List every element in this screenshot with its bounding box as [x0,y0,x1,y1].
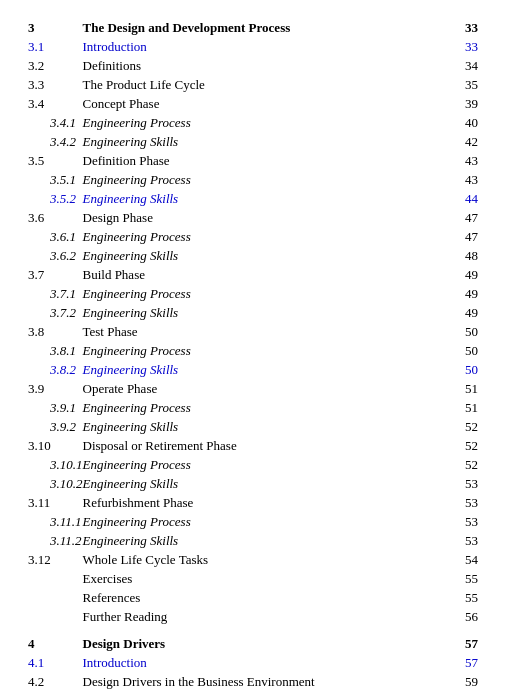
toc-number: 3.7.1 [28,284,83,303]
toc-number: 3.11.2 [28,531,83,550]
toc-page: 54 [448,550,478,569]
toc-row: 3The Design and Development Process33 [28,18,478,37]
toc-number [28,588,83,607]
toc-row: 3.1Introduction33 [28,37,478,56]
toc-row: 4Design Drivers57 [28,634,478,653]
toc-title: Engineering Skills [83,531,449,550]
toc-title: Further Reading [83,607,449,626]
toc-page: 52 [448,436,478,455]
toc-number: 3 [28,18,83,37]
toc-page: 43 [448,170,478,189]
toc-title: Engineering Process [83,512,449,531]
toc-page: 50 [448,322,478,341]
toc-title: Engineering Process [83,227,449,246]
toc-number: 4.2 [28,672,83,691]
toc-page: 57 [448,653,478,672]
toc-number: 3.11 [28,493,83,512]
toc-page: 53 [448,531,478,550]
toc-page: 44 [448,189,478,208]
toc-row: 3.8.1Engineering Process50 [28,341,478,360]
toc-row: 3.12Whole Life Cycle Tasks54 [28,550,478,569]
toc-row: 3.6.1Engineering Process47 [28,227,478,246]
toc-number: 4 [28,634,83,653]
toc-row: 3.11.2Engineering Skills53 [28,531,478,550]
toc-page: 35 [448,75,478,94]
toc-title: Build Phase [83,265,449,284]
toc-row: References55 [28,588,478,607]
toc-number: 3.5.2 [28,189,83,208]
toc-page: 43 [448,151,478,170]
toc-row: 3.10Disposal or Retirement Phase52 [28,436,478,455]
toc-title: Engineering Process [83,113,449,132]
toc-row: 3.9Operate Phase51 [28,379,478,398]
toc-row: 3.5.1Engineering Process43 [28,170,478,189]
toc-title: Engineering Skills [83,246,449,265]
toc-title: Operate Phase [83,379,449,398]
toc-page: 49 [448,265,478,284]
toc-title: Design Drivers in the Business Environme… [83,672,449,691]
toc-row: 3.11.1Engineering Process53 [28,512,478,531]
toc-row: 3.4.2Engineering Skills42 [28,132,478,151]
toc-page: 55 [448,569,478,588]
toc-number: 3.5 [28,151,83,170]
toc-number: 3.8.1 [28,341,83,360]
toc-number: 3.7.2 [28,303,83,322]
toc-number: 3.6.1 [28,227,83,246]
toc-number [28,569,83,588]
toc-number: 3.2 [28,56,83,75]
toc-title: Engineering Process [83,284,449,303]
toc-number: 3.4.1 [28,113,83,132]
toc-number: 3.6 [28,208,83,227]
toc-row: 3.7.2Engineering Skills49 [28,303,478,322]
toc-number: 3.3 [28,75,83,94]
toc-row: 3.10.2Engineering Skills53 [28,474,478,493]
toc-row: 4.1Introduction57 [28,653,478,672]
toc-title: Whole Life Cycle Tasks [83,550,449,569]
toc-row: 3.5.2Engineering Skills44 [28,189,478,208]
toc-page: 49 [448,303,478,322]
toc-page: 57 [448,634,478,653]
toc-page: 40 [448,113,478,132]
toc-title: Engineering Process [83,341,449,360]
toc-title: Engineering Skills [83,303,449,322]
toc-number [28,607,83,626]
toc-row: 3.5Definition Phase43 [28,151,478,170]
toc-row: 3.8Test Phase50 [28,322,478,341]
toc-title: Exercises [83,569,449,588]
toc-row: Exercises55 [28,569,478,588]
toc-page: 34 [448,56,478,75]
toc-page: 53 [448,474,478,493]
toc-row: 3.7Build Phase49 [28,265,478,284]
toc-page: 33 [448,37,478,56]
toc-row: 3.6Design Phase47 [28,208,478,227]
toc-title: Engineering Skills [83,360,449,379]
toc-number: 3.9.2 [28,417,83,436]
toc-title: Engineering Process [83,455,449,474]
toc-title: Definition Phase [83,151,449,170]
toc-title: Design Drivers [83,634,449,653]
toc-number: 3.9 [28,379,83,398]
toc-title: Refurbishment Phase [83,493,449,512]
toc-row: 3.8.2Engineering Skills50 [28,360,478,379]
toc-number: 3.4.2 [28,132,83,151]
toc-number: 3.8 [28,322,83,341]
toc-row: 4.2Design Drivers in the Business Enviro… [28,672,478,691]
toc-title: The Product Life Cycle [83,75,449,94]
toc-page: 53 [448,493,478,512]
toc-title: Test Phase [83,322,449,341]
toc-number: 3.6.2 [28,246,83,265]
toc-number: 3.8.2 [28,360,83,379]
toc-title: Definitions [83,56,449,75]
toc-number: 3.11.1 [28,512,83,531]
toc-title: Concept Phase [83,94,449,113]
toc-page: 47 [448,208,478,227]
toc-row: 3.3The Product Life Cycle35 [28,75,478,94]
toc-number: 3.1 [28,37,83,56]
toc-page: 55 [448,588,478,607]
toc-row: 3.10.1Engineering Process52 [28,455,478,474]
toc-row: Further Reading56 [28,607,478,626]
toc-title: Disposal or Retirement Phase [83,436,449,455]
toc-page: 39 [448,94,478,113]
toc-title: Engineering Skills [83,474,449,493]
toc-title: Engineering Skills [83,189,449,208]
